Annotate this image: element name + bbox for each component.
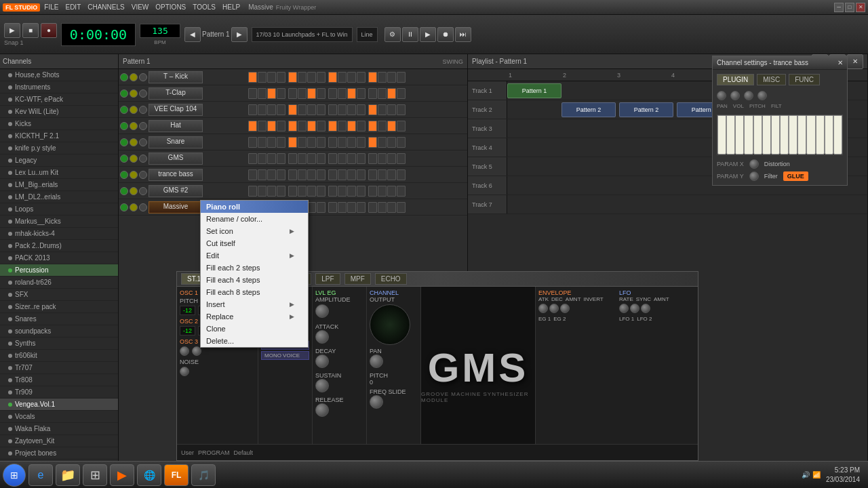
step-button[interactable] [378,186,387,197]
step-button[interactable] [248,72,257,83]
glue-button[interactable]: GLUE [783,171,808,181]
noise-knob[interactable] [180,367,189,376]
step-button[interactable] [368,186,377,197]
step-button[interactable] [317,169,326,180]
env-atk-knob[interactable] [538,304,548,313]
channel-list-item[interactable]: Tr909 [0,386,118,399]
step-button[interactable] [397,88,406,99]
close-button[interactable]: ✕ [856,3,865,12]
step-button[interactable] [328,121,337,131]
mix-knob[interactable] [180,346,189,356]
explorer-button[interactable]: 📁 [56,464,80,486]
step-button[interactable] [288,137,297,148]
step-button[interactable] [267,153,276,164]
channel-list-item[interactable]: Legacy [0,155,118,167]
step-button[interactable] [387,202,396,213]
menu-channels[interactable]: CHANNELS [87,3,124,11]
step-button[interactable] [378,72,387,83]
channel-name-button[interactable]: VEE Clap 104 [149,104,203,116]
mono-voice-btn[interactable]: MONO VOICE [261,351,309,360]
step-button[interactable] [328,153,337,164]
step-button[interactable] [317,72,326,83]
context-menu-item[interactable]: Fill each 8 steps [201,286,308,298]
channel-list-item[interactable]: Tr808 [0,374,118,386]
cs-tab-plugin[interactable]: PLUGIN [717,74,754,85]
synth-tab-lpf[interactable]: LPF [315,273,340,285]
step-button[interactable] [277,153,285,164]
step-button[interactable] [378,169,387,180]
step-button[interactable] [347,186,356,197]
step-button[interactable] [248,186,257,197]
menu-file[interactable]: FILE [44,3,58,11]
menu-tools[interactable]: TOOLS [193,3,216,11]
step-button[interactable] [378,153,387,164]
seq-btn-green[interactable] [120,122,128,130]
channel-list-item[interactable]: roland-tr626 [0,277,118,289]
taskbar-app1[interactable]: ⊞ [83,464,107,486]
release-knob[interactable] [315,403,329,417]
step-button[interactable] [288,186,297,197]
context-menu-item[interactable]: Fill each 2 steps [201,262,308,274]
channel-name-button[interactable]: GMS #2 [149,185,203,197]
step-button[interactable] [338,121,347,131]
toolbar-icon-3[interactable]: ▶ [420,27,436,42]
channel-list-item[interactable]: tr606kit [0,350,118,362]
step-button[interactable] [368,88,377,99]
seq-btn-green[interactable] [120,203,128,211]
channel-list-item[interactable]: Zaytoven_Kit [0,435,118,447]
context-menu-item[interactable]: Rename / color... [201,213,308,225]
step-button[interactable] [267,186,276,197]
step-button[interactable] [288,121,297,131]
stop-button[interactable]: ■ [22,23,39,38]
seq-btn-yellow[interactable] [130,203,138,211]
step-button[interactable] [317,153,326,164]
channel-list-item[interactable]: Project bones [0,447,118,460]
seq-btn-gray[interactable] [139,171,147,179]
step-button[interactable] [258,72,267,83]
step-button[interactable] [298,121,307,131]
step-button[interactable] [277,121,285,131]
cs-knob-pitch[interactable] [744,91,753,100]
step-button[interactable] [267,121,276,131]
step-button[interactable] [387,137,396,148]
channel-list-item[interactable]: soundpacks [0,325,118,338]
seq-btn-yellow[interactable] [130,171,138,179]
step-button[interactable] [338,104,347,115]
step-button[interactable] [357,88,366,99]
seq-btn-gray[interactable] [139,73,147,81]
step-button[interactable] [298,137,307,148]
step-button[interactable] [307,186,316,197]
step-button[interactable] [258,153,267,164]
step-button[interactable] [248,169,257,180]
decay-knob[interactable] [315,354,329,368]
step-button[interactable] [258,137,267,148]
step-button[interactable] [317,202,326,213]
step-button[interactable] [387,88,396,99]
step-button[interactable] [317,137,326,148]
context-menu-item[interactable]: Delete... [201,335,308,347]
toolbar-icon-4[interactable]: ⏺ [437,27,454,42]
seq-btn-yellow[interactable] [130,122,138,130]
step-button[interactable] [357,186,366,197]
context-menu-item[interactable]: Edit▶ [201,249,308,262]
step-button[interactable] [397,72,406,83]
seq-btn-gray[interactable] [139,203,147,211]
step-button[interactable] [368,121,377,131]
step-button[interactable] [277,88,285,99]
channel-list-item[interactable]: House,e Shots [0,69,118,81]
step-button[interactable] [368,169,377,180]
step-button[interactable] [307,104,316,115]
pattern-block[interactable]: Pattern 2 [619,102,673,117]
step-button[interactable] [248,121,257,131]
step-button[interactable] [258,104,267,115]
step-button[interactable] [368,202,377,213]
step-button[interactable] [248,153,257,164]
channel-list-item[interactable]: Markus__Kicks [0,216,118,228]
context-menu-item[interactable]: Insert▶ [201,298,308,310]
step-button[interactable] [328,72,337,83]
seq-btn-green[interactable] [120,106,128,114]
synth-tab-echo[interactable]: ECHO [375,273,407,285]
seq-btn-yellow[interactable] [130,138,138,146]
channel-list-item[interactable]: KICKTH_F 2.1 [0,130,118,142]
step-button[interactable] [298,169,307,180]
